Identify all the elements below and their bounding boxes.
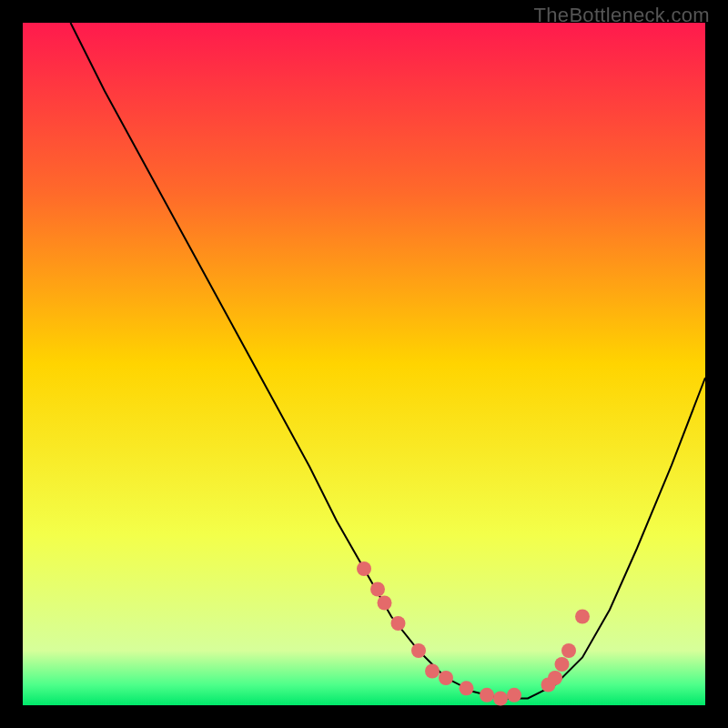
chart-frame: [23, 23, 705, 705]
data-marker: [378, 596, 392, 611]
data-marker: [548, 671, 562, 685]
data-marker: [357, 561, 371, 576]
data-marker: [561, 643, 576, 658]
data-marker: [480, 688, 494, 703]
data-marker: [460, 681, 474, 695]
data-marker: [555, 657, 570, 672]
data-marker: [370, 582, 385, 597]
data-marker: [411, 643, 426, 658]
data-marker: [439, 671, 453, 685]
data-marker: [493, 692, 508, 706]
watermark-text: TheBottleneck.com: [534, 4, 710, 27]
data-marker: [425, 664, 440, 679]
data-marker: [575, 610, 590, 624]
data-marker: [507, 688, 521, 703]
data-markers: [357, 561, 590, 706]
chart-plot: [23, 23, 705, 705]
data-marker: [391, 616, 406, 631]
